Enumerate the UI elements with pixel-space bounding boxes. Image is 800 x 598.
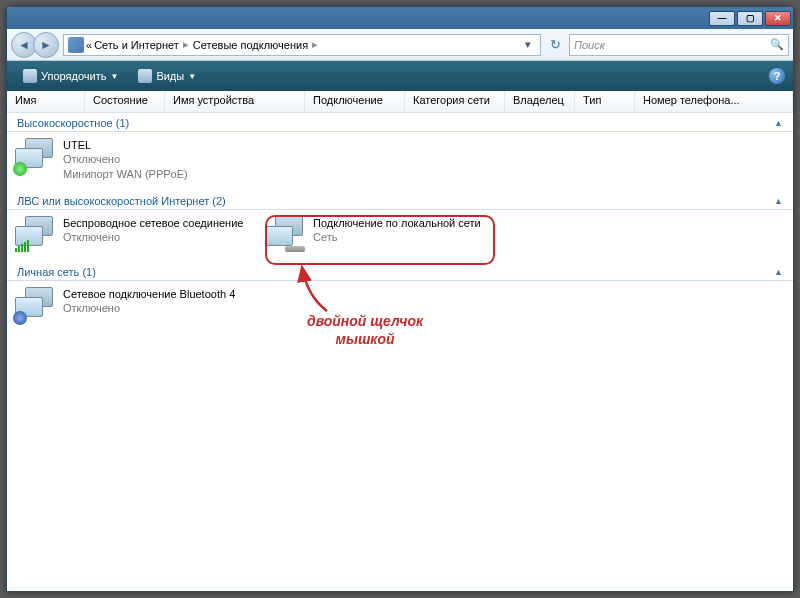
- group-body: Сетевое подключение Bluetooth 4 Отключен…: [7, 281, 793, 333]
- breadcrumb-seg[interactable]: Сеть и Интернет: [94, 39, 179, 51]
- collapse-icon: ▲: [774, 118, 783, 128]
- item-name: Беспроводное сетевое соединение: [63, 216, 243, 230]
- refresh-button[interactable]: ↻: [545, 35, 565, 55]
- item-name: UTEL: [63, 138, 188, 152]
- col-type[interactable]: Тип: [575, 91, 635, 112]
- organize-icon: [23, 69, 37, 83]
- item-status: Отключено: [63, 230, 243, 244]
- breadcrumb-prefix: «: [86, 39, 92, 51]
- views-button[interactable]: Виды ▼: [130, 65, 204, 87]
- search-icon: 🔍: [770, 38, 784, 51]
- collapse-icon: ▲: [774, 267, 783, 277]
- search-placeholder: Поиск: [574, 39, 605, 51]
- nav-forward-button[interactable]: ►: [33, 32, 59, 58]
- breadcrumb[interactable]: « Сеть и Интернет ▸ Сетевые подключения …: [63, 34, 541, 56]
- network-icon: [265, 216, 305, 252]
- group-body: UTEL Отключено Минипорт WAN (PPPoE): [7, 132, 793, 191]
- minimize-button[interactable]: —: [709, 11, 735, 26]
- help-button[interactable]: ?: [769, 68, 785, 84]
- col-category[interactable]: Категория сети: [405, 91, 505, 112]
- maximize-button[interactable]: ▢: [737, 11, 763, 26]
- address-bar: ◄ ► « Сеть и Интернет ▸ Сетевые подключе…: [7, 29, 793, 61]
- cable-icon: [285, 246, 305, 252]
- column-headers: Имя Состояние Имя устройства Подключение…: [7, 91, 793, 113]
- item-name: Подключение по локальной сети: [313, 216, 481, 230]
- item-device: Минипорт WAN (PPPoE): [63, 167, 188, 181]
- group-header-lan[interactable]: ЛВС или высокоскоростной Интернет (2) ▲: [7, 191, 793, 210]
- command-bar: Упорядочить ▼ Виды ▼ ?: [7, 61, 793, 91]
- network-icon: [15, 138, 55, 174]
- col-phone[interactable]: Номер телефона...: [635, 91, 793, 112]
- connection-item-utel[interactable]: UTEL Отключено Минипорт WAN (PPPoE): [15, 138, 245, 181]
- col-connection[interactable]: Подключение: [305, 91, 405, 112]
- caret-down-icon: ▼: [188, 72, 196, 81]
- connection-item-lan[interactable]: Подключение по локальной сети Сеть: [265, 216, 495, 252]
- status-ok-icon: [13, 162, 27, 176]
- col-status[interactable]: Состояние: [85, 91, 165, 112]
- col-device[interactable]: Имя устройства: [165, 91, 305, 112]
- network-icon: [15, 287, 55, 323]
- breadcrumb-sep: ▸: [312, 38, 318, 51]
- search-input[interactable]: Поиск 🔍: [569, 34, 789, 56]
- breadcrumb-sep: ▸: [183, 38, 189, 51]
- close-button[interactable]: ✕: [765, 11, 791, 26]
- location-icon: [68, 37, 84, 53]
- group-header-personal[interactable]: Личная сеть (1) ▲: [7, 262, 793, 281]
- caret-down-icon: ▼: [110, 72, 118, 81]
- item-name: Сетевое подключение Bluetooth 4: [63, 287, 235, 301]
- explorer-window: — ▢ ✕ ◄ ► « Сеть и Интернет ▸ Сетевые по…: [6, 6, 794, 592]
- group-body: Беспроводное сетевое соединение Отключен…: [7, 210, 793, 262]
- item-status: Сеть: [313, 230, 481, 244]
- views-icon: [138, 69, 152, 83]
- content-area: Высокоскоростное (1) ▲ UTEL Отключено Ми…: [7, 113, 793, 591]
- network-icon: [15, 216, 55, 252]
- group-header-highspeed[interactable]: Высокоскоростное (1) ▲: [7, 113, 793, 132]
- breadcrumb-seg[interactable]: Сетевые подключения: [193, 39, 308, 51]
- signal-bars-icon: [15, 238, 29, 252]
- bluetooth-icon: [13, 311, 27, 325]
- connection-item-bluetooth[interactable]: Сетевое подключение Bluetooth 4 Отключен…: [15, 287, 245, 323]
- connection-item-wireless[interactable]: Беспроводное сетевое соединение Отключен…: [15, 216, 245, 252]
- item-status: Отключено: [63, 152, 188, 166]
- titlebar: — ▢ ✕: [7, 7, 793, 29]
- item-status: Отключено: [63, 301, 235, 315]
- col-owner[interactable]: Владелец: [505, 91, 575, 112]
- organize-button[interactable]: Упорядочить ▼: [15, 65, 126, 87]
- col-name[interactable]: Имя: [7, 91, 85, 112]
- breadcrumb-dropdown[interactable]: ▾: [520, 38, 536, 51]
- collapse-icon: ▲: [774, 196, 783, 206]
